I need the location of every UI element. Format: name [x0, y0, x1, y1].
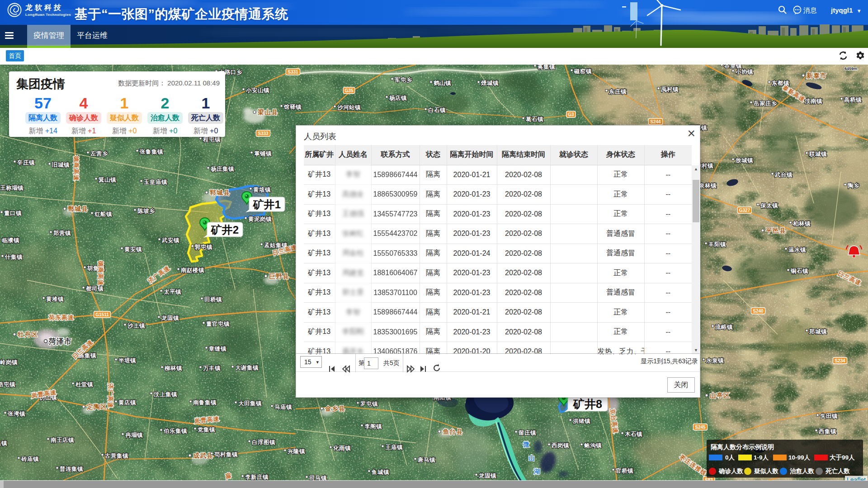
svg-text:冉堌镇: 冉堌镇 [125, 432, 143, 438]
svg-text:鲍沟镇: 鲍沟镇 [584, 442, 602, 449]
svg-text:温水镇: 温水镇 [788, 247, 806, 253]
svg-text:王庙镇: 王庙镇 [385, 444, 403, 450]
svg-text:王称堌镇: 王称堌镇 [0, 185, 24, 191]
svg-text:黄垓镇: 黄垓镇 [253, 187, 271, 193]
svg-text:丰阳镇: 丰阳镇 [708, 241, 726, 248]
svg-text:章缝镇: 章缝镇 [208, 346, 226, 352]
svg-text:临濮镇: 临濮镇 [2, 237, 19, 244]
svg-text:S240: S240 [753, 309, 764, 314]
svg-text:G35: G35 [345, 88, 354, 93]
svg-text:黄店镇: 黄店镇 [118, 399, 136, 406]
svg-text:辛庄镇: 辛庄镇 [17, 159, 35, 166]
svg-text:小安山镇: 小安山镇 [245, 87, 269, 94]
svg-text:矿井1: 矿井1 [253, 198, 281, 211]
svg-text:古营集镇: 古营集镇 [104, 453, 128, 459]
svg-text:济广高速: 济广高速 [107, 383, 114, 408]
svg-text:武安镇: 武安镇 [161, 237, 179, 244]
svg-text:砖庙镇: 砖庙镇 [21, 456, 39, 462]
svg-text:李新庄镇: 李新庄镇 [245, 474, 269, 480]
svg-text:武台镇: 武台镇 [774, 172, 793, 178]
svg-text:郓城县: 郓城县 [209, 189, 230, 196]
svg-text:黄泥岗镇: 黄泥岗镇 [248, 216, 272, 222]
svg-text:大田集镇: 大田集镇 [238, 400, 262, 407]
svg-text:G1511: G1511 [95, 312, 109, 317]
svg-text:成武县: 成武县 [193, 452, 213, 459]
svg-text:沙土镇: 沙土镇 [127, 323, 145, 329]
svg-text:太平镇: 太平镇 [163, 289, 181, 295]
svg-text:鱼城镇: 鱼城镇 [371, 469, 389, 475]
svg-text:唐马镇: 唐马镇 [417, 456, 435, 463]
svg-text:汶上集镇: 汶上集镇 [153, 391, 177, 398]
svg-text:失田镇: 失田镇 [820, 413, 838, 419]
svg-text:东庄镇: 东庄镇 [609, 89, 627, 95]
svg-text:万丰镇: 万丰镇 [203, 365, 221, 371]
svg-text:鱼台县: 鱼台县 [442, 428, 463, 435]
svg-text:山亭区: 山亭区 [710, 392, 730, 399]
svg-text:S331: S331 [288, 70, 298, 75]
svg-text:张鲁集镇: 张鲁集镇 [139, 149, 163, 155]
svg-text:联城镇: 联城镇 [809, 151, 827, 157]
svg-text:馆驿镇: 馆驿镇 [283, 104, 302, 110]
svg-text:荷东高速: 荷东高速 [48, 314, 74, 321]
svg-text:军屯乡: 军屯乡 [394, 77, 412, 83]
svg-text:定陶区: 定陶区 [86, 403, 107, 410]
svg-text:董官屯镇: 董官屯镇 [206, 321, 230, 327]
svg-text:化雨镇: 化雨镇 [333, 445, 351, 451]
svg-text:郭屯镇: 郭屯镇 [194, 244, 212, 250]
svg-text:梁山县: 梁山县 [257, 108, 278, 116]
svg-text:牡丹区: 牡丹区 [17, 331, 38, 338]
svg-text:德商高速: 德商高速 [73, 155, 80, 181]
svg-text:山: 山 [528, 454, 535, 461]
svg-text:S234: S234 [835, 358, 845, 363]
svg-text:黄安镇: 黄安镇 [124, 246, 142, 253]
svg-text:新泰市: 新泰市 [806, 72, 827, 79]
svg-text:保太镇: 保太镇 [760, 202, 778, 209]
svg-text:兴隆镇: 兴隆镇 [287, 448, 305, 455]
svg-text:龙固镇: 龙固镇 [478, 473, 496, 479]
svg-text:郑城镇: 郑城镇 [809, 328, 827, 335]
svg-text:程屯镇: 程屯镇 [203, 136, 221, 143]
svg-text:龙固镇: 龙固镇 [161, 315, 179, 321]
svg-text:铜石镇: 铜石镇 [790, 268, 808, 274]
svg-text:岳家庄乡: 岳家庄乡 [753, 100, 777, 107]
svg-text:西集镇: 西集镇 [818, 428, 836, 435]
svg-text:苟村集镇: 苟村集镇 [214, 451, 238, 458]
svg-text:王浩屯镇: 王浩屯镇 [0, 381, 15, 388]
svg-text:黄堆镇: 黄堆镇 [46, 296, 64, 302]
svg-text:鄄城县: 鄄城县 [67, 205, 88, 212]
svg-text:木石镇: 木石镇 [624, 431, 642, 437]
svg-text:小协镇: 小协镇 [735, 69, 753, 75]
svg-text:煙城镇: 煙城镇 [481, 80, 499, 86]
svg-text:田桥镇: 田桥镇 [204, 296, 222, 303]
svg-text:微: 微 [523, 441, 530, 448]
svg-text:G3: G3 [568, 112, 574, 117]
svg-text:柳林镇: 柳林镇 [164, 365, 182, 371]
svg-text:郑营镇: 郑营镇 [53, 230, 71, 236]
svg-text:杨店镇: 杨店镇 [389, 95, 407, 101]
svg-text:葛石镇: 葛石镇 [525, 116, 543, 122]
svg-text:泉林镇: 泉林镇 [698, 183, 717, 189]
svg-text:德上: 德上 [225, 472, 232, 480]
svg-text:张湾镇: 张湾镇 [7, 411, 25, 417]
svg-text:什集镇: 什集镇 [5, 254, 23, 260]
svg-text:放城镇: 放城镇 [735, 157, 753, 164]
svg-text:南王店镇: 南王店镇 [50, 437, 74, 443]
svg-text:金乡县: 金乡县 [325, 405, 345, 412]
svg-text:李阁镇: 李阁镇 [364, 423, 382, 430]
svg-text:湖: 湖 [533, 468, 540, 475]
svg-text:汶南镇: 汶南镇 [804, 98, 822, 104]
svg-text:旧城镇: 旧城镇 [52, 161, 70, 168]
svg-text:伯乐集镇: 伯乐集镇 [163, 428, 187, 434]
svg-text:陈坡乡: 陈坡乡 [137, 208, 155, 214]
svg-text:普连集镇: 普连集镇 [59, 465, 83, 472]
svg-text:董口镇: 董口镇 [4, 210, 22, 216]
svg-text:白浮图镇: 白浮图镇 [252, 439, 275, 446]
svg-text:白石镇: 白石镇 [428, 107, 446, 113]
svg-text:磁窑镇: 磁窑镇 [574, 68, 592, 75]
svg-text:洪绪镇: 洪绪镇 [572, 418, 590, 424]
svg-text:水泉镇: 水泉镇 [706, 357, 724, 364]
svg-text:留庄镇: 留庄镇 [519, 430, 536, 436]
svg-text:红船镇: 红船镇 [94, 211, 112, 217]
svg-text:菏泽市: 菏泽市 [48, 337, 72, 345]
svg-text:流峪镇: 流峪镇 [715, 324, 733, 330]
